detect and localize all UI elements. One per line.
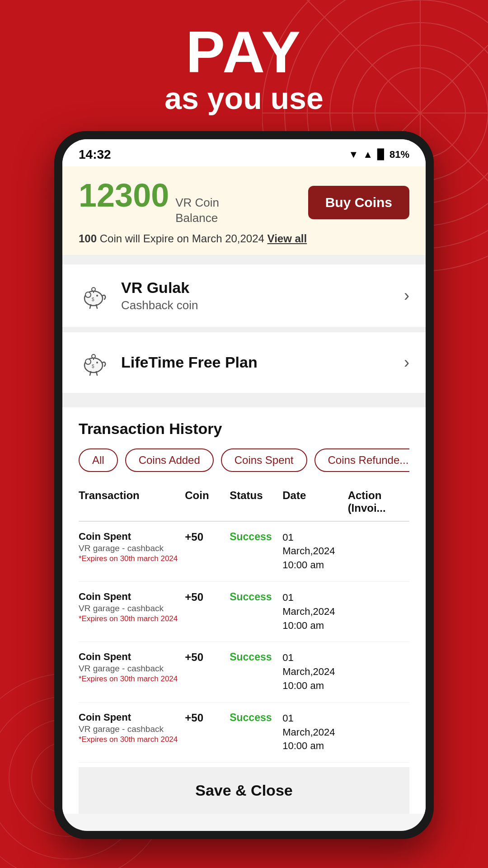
transaction-history-section: Transaction History All Coins Added Coin…	[62, 407, 426, 814]
phone-screen: 14:32 ▼ ▲ ▉ 81% 12300 VR Coin Balance Bu…	[62, 139, 426, 831]
col-coin: Coin	[185, 489, 226, 514]
lifetime-plan-chevron: ›	[404, 353, 409, 372]
view-all-link[interactable]: View all	[267, 232, 307, 245]
coin-balance-section: 12300 VR Coin Balance Buy Coins 100 Coin…	[62, 166, 426, 255]
coin-amount-group: 12300 VR Coin Balance	[79, 179, 219, 226]
filter-coins-added[interactable]: Coins Added	[125, 448, 214, 472]
wifi-icon: ▼	[348, 149, 358, 160]
hero-pay-label: PAY	[0, 23, 488, 81]
svg-point-21	[85, 359, 91, 364]
vr-gulak-card[interactable]: $ VR Gulak Cashback coin ›	[62, 264, 426, 327]
save-close-bar: Save & Close	[79, 767, 409, 814]
col-transaction: Transaction	[79, 489, 181, 514]
table-row: Coin Spent VR garage - cashback *Expires…	[79, 703, 409, 763]
status-bar: 14:32 ▼ ▲ ▉ 81%	[62, 139, 426, 166]
svg-point-16	[96, 295, 98, 297]
coin-expiry: 100 Coin will Expire on March 20,2024 Vi…	[79, 232, 409, 245]
coin-amount: 12300	[79, 179, 169, 212]
buy-coins-button[interactable]: Buy Coins	[308, 186, 409, 219]
svg-point-22	[96, 362, 98, 363]
phone-mockup: 14:32 ▼ ▲ ▉ 81% 12300 VR Coin Balance Bu…	[54, 131, 434, 839]
filter-tabs: All Coins Added Coins Spent Coins Refund…	[79, 448, 409, 472]
col-status: Status	[230, 489, 279, 514]
save-close-button[interactable]: Save & Close	[195, 782, 292, 799]
table-row: Coin Spent VR garage - cashback *Expires…	[79, 642, 409, 702]
hero-section: PAY as you use	[0, 23, 488, 115]
col-action: Action(Invoi...	[348, 489, 409, 514]
signal-icon: ▲	[363, 149, 373, 160]
transaction-history-title: Transaction History	[79, 420, 409, 438]
table-header: Transaction Coin Status Date Action(Invo…	[79, 483, 409, 522]
vr-gulak-subtitle: Cashback coin	[121, 298, 198, 312]
svg-point-23	[92, 354, 95, 358]
svg-point-17	[92, 288, 95, 291]
hero-subtitle-label: as you use	[0, 81, 488, 115]
table-row: Coin Spent VR garage - cashback *Expires…	[79, 582, 409, 642]
status-icons: ▼ ▲ ▉ 81%	[348, 149, 409, 160]
coin-label: VR Coin Balance	[175, 195, 219, 226]
table-row: Coin Spent VR garage - cashback *Expires…	[79, 522, 409, 582]
svg-text:$: $	[92, 364, 94, 369]
cards-section: $ VR Gulak Cashback coin ›	[62, 255, 426, 407]
col-date: Date	[282, 489, 344, 514]
status-time: 14:32	[79, 147, 111, 162]
filter-coins-spent[interactable]: Coins Spent	[221, 448, 307, 472]
lifetime-plan-title: LifeTime Free Plan	[121, 354, 258, 371]
svg-point-15	[85, 292, 91, 297]
vr-gulak-title: VR Gulak	[121, 279, 198, 297]
lifetime-plan-icon: $	[79, 347, 110, 378]
piggy-bank-icon: $	[79, 280, 110, 311]
battery-percent: 81%	[389, 149, 409, 160]
vr-gulak-chevron: ›	[404, 286, 409, 305]
filter-all[interactable]: All	[79, 448, 118, 472]
lifetime-free-plan-card[interactable]: $ LifeTime Free Plan ›	[62, 332, 426, 393]
filter-coins-refunded[interactable]: Coins Refunde...	[314, 448, 409, 472]
coin-balance-row: 12300 VR Coin Balance Buy Coins	[79, 179, 409, 226]
battery-icon: ▉	[377, 149, 385, 160]
svg-text:$: $	[92, 297, 94, 302]
